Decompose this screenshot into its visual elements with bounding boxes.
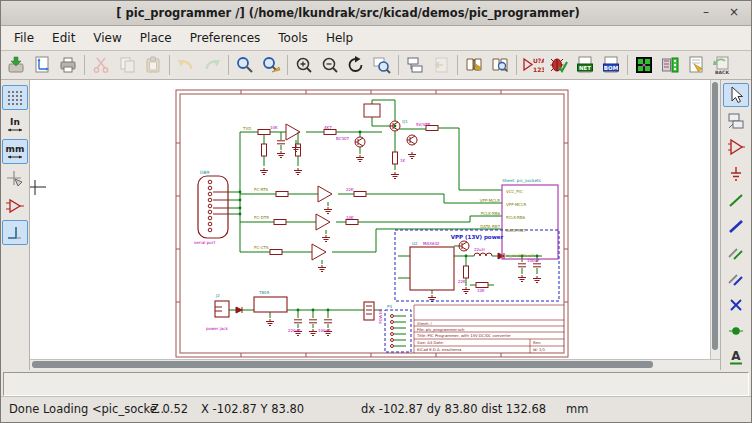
paste-button[interactable] <box>140 52 166 78</box>
run-pcbnew-button[interactable] <box>631 52 657 78</box>
hierarchy-icon <box>405 55 425 75</box>
menu-file[interactable]: File <box>5 28 43 48</box>
search-icon <box>235 55 255 75</box>
svg-text:TXD: TXD <box>242 126 251 131</box>
bus-icon <box>727 217 745 235</box>
annotate-button[interactable]: U?A123 <box>520 52 546 78</box>
svg-text:PC-RTS: PC-RTS <box>254 187 269 192</box>
page-layout-editor-button[interactable] <box>683 52 709 78</box>
menu-edit[interactable]: Edit <box>43 28 84 48</box>
vertical-scrollbar[interactable] <box>710 80 720 359</box>
close-button[interactable]: × <box>723 5 745 21</box>
page-settings-button[interactable] <box>29 52 55 78</box>
copy-button[interactable] <box>114 52 140 78</box>
find-button[interactable] <box>232 52 258 78</box>
svg-text:Rev:: Rev: <box>533 340 541 345</box>
leave-sheet-button[interactable] <box>428 52 454 78</box>
book-pencil-icon <box>464 55 484 75</box>
menu-bar: File Edit View Place Preferences Tools H… <box>1 26 751 51</box>
erc-button[interactable] <box>546 52 572 78</box>
place-component-button[interactable] <box>723 135 749 159</box>
redraw-button[interactable] <box>343 52 369 78</box>
place-hierarchical-sheet-button[interactable] <box>723 109 749 133</box>
svg-text:mm: mm <box>6 144 25 154</box>
svg-text:7805: 7805 <box>259 290 270 295</box>
hierarchy-navigator-button[interactable] <box>402 52 428 78</box>
svg-text:VCC_PIC: VCC_PIC <box>506 189 523 194</box>
place-label-button[interactable]: A <box>723 345 749 369</box>
svg-text:10K: 10K <box>477 288 485 293</box>
menu-view[interactable]: View <box>84 28 130 48</box>
select-tool-button[interactable] <box>723 83 749 107</box>
assign-footprints-button[interactable] <box>657 52 683 78</box>
back-annotate-button[interactable]: BACK <box>709 52 735 78</box>
status-cursor-position: X -102.87 Y 83.80 <box>201 402 304 416</box>
zoom-fit-button[interactable] <box>369 52 395 78</box>
zoom-in-icon <box>294 55 314 75</box>
place-wire-button[interactable] <box>723 188 749 212</box>
annotate-icon: U?A123 <box>522 55 544 75</box>
svg-text:P3: P3 <box>387 304 392 309</box>
ortho-wires-toggle-button[interactable] <box>2 220 28 245</box>
inches-icon: In <box>5 115 25 135</box>
place-junction-button[interactable] <box>723 319 749 343</box>
horizontal-scrollbar[interactable] <box>30 359 720 370</box>
wire-to-bus-entry-button[interactable] <box>723 240 749 264</box>
menu-tools[interactable]: Tools <box>269 28 317 48</box>
menu-help[interactable]: Help <box>317 28 362 48</box>
bom-button[interactable]: BOM <box>598 52 624 78</box>
units-mm-button[interactable]: mm <box>2 139 28 164</box>
page-frame <box>176 90 568 357</box>
place-bus-button[interactable] <box>723 214 749 238</box>
hidden-pins-toggle-button[interactable] <box>2 193 28 218</box>
find-replace-button[interactable] <box>258 52 284 78</box>
title-bar[interactable]: [ pic_programmer /] (/home/lkundrak/src/… <box>1 1 751 26</box>
no-connect-flag-button[interactable] <box>723 293 749 317</box>
status-bar: Done Loading <pic_socke... Z 0.52 X -102… <box>1 396 751 422</box>
junctions <box>239 125 539 312</box>
window-title: [ pic_programmer /] (/home/lkundrak/src/… <box>1 6 695 20</box>
ground-symbol-icon <box>727 165 745 183</box>
cut-button[interactable] <box>88 52 114 78</box>
svg-text:22K: 22K <box>458 279 466 284</box>
library-editor-button[interactable] <box>461 52 487 78</box>
schematic-canvas[interactable]: Sheet: /File: pic_programmer.schTitle: P… <box>30 80 710 359</box>
minimize-button[interactable]: – <box>695 5 717 21</box>
library-browser-button[interactable] <box>487 52 513 78</box>
menu-place[interactable]: Place <box>131 28 181 48</box>
page-pencil-icon <box>686 55 706 75</box>
zoom-out-button[interactable] <box>317 52 343 78</box>
svg-text:VPP (13V) power: VPP (13V) power <box>451 234 504 241</box>
svg-text:MAX632: MAX632 <box>423 241 440 246</box>
bus-entry-icon <box>727 269 745 287</box>
print-icon <box>58 55 78 75</box>
book-search-icon <box>490 55 510 75</box>
horizontal-scrollbar-thumb[interactable] <box>32 361 653 368</box>
netlist-button[interactable]: NET <box>572 52 598 78</box>
menu-preferences[interactable]: Preferences <box>181 28 270 48</box>
vertical-scrollbar-thumb[interactable] <box>712 82 718 350</box>
zoom-in-button[interactable] <box>291 52 317 78</box>
svg-text:A: A <box>731 349 741 363</box>
redo-icon <box>202 55 222 75</box>
left-toolbar: In mm <box>1 80 30 370</box>
opamp-symbol-icon <box>727 138 745 156</box>
mm-icon: mm <box>5 142 25 162</box>
paste-icon <box>143 55 163 75</box>
print-button[interactable] <box>55 52 81 78</box>
bus-to-bus-entry-button[interactable] <box>723 266 749 290</box>
units-inch-button[interactable]: In <box>2 112 28 137</box>
status-relative-position: dx -102.87 dy 83.80 dist 132.68 <box>361 402 546 416</box>
sheet-symbol-icon <box>727 112 745 130</box>
svg-text:10K: 10K <box>346 215 354 220</box>
svg-text:U2: U2 <box>412 241 418 246</box>
grid-icon <box>6 89 24 107</box>
cursor-shape-button[interactable] <box>2 166 28 191</box>
undo-button[interactable] <box>173 52 199 78</box>
place-power-port-button[interactable] <box>723 162 749 186</box>
grid-toggle-button[interactable] <box>2 85 28 110</box>
svg-text:100nF: 100nF <box>318 328 331 333</box>
redo-button[interactable] <box>199 52 225 78</box>
svg-text:PC-CTS: PC-CTS <box>254 245 269 250</box>
save-button[interactable] <box>3 52 29 78</box>
